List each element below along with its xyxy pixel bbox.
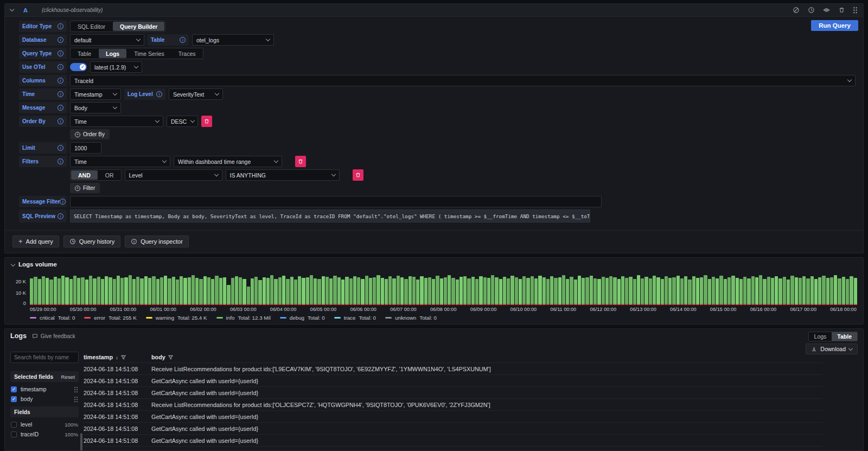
volume-bar xyxy=(704,275,707,305)
info-icon[interactable]: i xyxy=(58,91,63,97)
info-icon[interactable]: i xyxy=(58,105,63,111)
filter2-operator-select[interactable]: IS ANYTHING xyxy=(226,169,340,181)
table-scrollbar[interactable] xyxy=(79,352,84,451)
trash-icon[interactable] xyxy=(838,7,845,14)
info-icon[interactable]: i xyxy=(58,50,63,56)
tab-sql-editor[interactable]: SQL Editor xyxy=(71,21,112,31)
info-icon[interactable]: i xyxy=(58,145,63,151)
volume-bar xyxy=(432,279,435,305)
run-query-button[interactable]: Run Query xyxy=(811,20,858,31)
info-icon[interactable]: i xyxy=(60,199,66,205)
field-checkbox[interactable]: ✓ xyxy=(11,396,17,402)
bool-and[interactable]: AND xyxy=(71,170,98,180)
add-order-by-button[interactable]: + Order By xyxy=(70,129,110,139)
volume-bar xyxy=(381,278,384,305)
timestamp-column-header[interactable]: timestamp ↓ xyxy=(84,354,151,360)
query-inspector-button[interactable]: Query inspector xyxy=(125,236,189,247)
message-column-select[interactable]: Body xyxy=(70,102,121,113)
info-icon[interactable]: i xyxy=(156,91,162,97)
selected-field-row: ✓ timestamp xyxy=(11,385,78,393)
volume-bar xyxy=(203,276,207,305)
trash-icon xyxy=(204,118,209,124)
volume-bar xyxy=(625,278,628,305)
legend-item[interactable]: info Total: 12.3 Mil xyxy=(216,315,271,321)
order-by-field-select[interactable]: Time xyxy=(70,116,163,127)
add-query-button[interactable]: + Add query xyxy=(12,236,59,247)
view-table-option[interactable]: Table xyxy=(832,332,857,341)
sort-desc-icon[interactable]: ↓ xyxy=(116,354,118,360)
legend-item[interactable]: error Total: 255 K xyxy=(84,315,136,321)
tab-query-builder[interactable]: Query Builder xyxy=(113,22,164,31)
legend-total: Total: 0 xyxy=(58,315,75,321)
funnel-icon[interactable] xyxy=(168,355,173,360)
drag-handle-icon[interactable] xyxy=(74,386,78,392)
use-otel-toggle[interactable]: ✓ xyxy=(70,63,87,71)
tab-traces[interactable]: Traces xyxy=(171,48,203,59)
table-row[interactable]: 2024-06-18 14:51:08 GetCartAsync called … xyxy=(84,423,822,435)
collapse-chevron-icon[interactable] xyxy=(10,7,14,11)
table-row[interactable]: 2024-06-18 14:51:08 Receive ListRecommen… xyxy=(84,363,822,375)
field-checkbox[interactable] xyxy=(11,431,17,437)
body-column-header[interactable]: body xyxy=(151,354,822,360)
table-row[interactable]: 2024-06-18 14:51:08 GetCartAsync called … xyxy=(84,435,822,447)
info-icon[interactable]: i xyxy=(58,23,63,29)
tab-table[interactable]: Table xyxy=(71,48,98,59)
legend-item[interactable]: debug Total: 0 xyxy=(280,315,325,321)
filter1-field-select[interactable]: Time xyxy=(70,156,170,167)
legend-item[interactable]: unknown Total: 0 xyxy=(385,315,437,321)
info-icon[interactable]: i xyxy=(58,64,63,70)
legend-item[interactable]: trace Total: 0 xyxy=(334,315,376,321)
funnel-icon[interactable] xyxy=(121,355,126,360)
remove-filter1-button[interactable] xyxy=(295,156,306,167)
give-feedback-link[interactable]: Give feedback xyxy=(32,333,75,339)
columns-multiselect[interactable]: TraceId xyxy=(70,75,856,86)
reset-button[interactable]: Reset xyxy=(61,374,75,380)
info-icon[interactable]: i xyxy=(58,158,63,164)
info-icon[interactable]: i xyxy=(180,37,186,43)
tab-time-series[interactable]: Time Series xyxy=(127,48,171,59)
disable-query-icon[interactable] xyxy=(792,7,800,14)
field-checkbox[interactable]: ✓ xyxy=(11,386,17,392)
legend-item[interactable]: warning Total: 25.4 K xyxy=(146,315,207,321)
chevron-down-icon xyxy=(848,346,853,351)
logs-volume-header[interactable]: Logs volume xyxy=(11,261,857,268)
remove-order-by-button[interactable] xyxy=(201,116,212,127)
log-level-select[interactable]: SeverityText xyxy=(169,88,223,100)
table-row[interactable]: 2024-06-18 14:51:08 GetCartAsync called … xyxy=(84,387,822,399)
bool-or[interactable]: OR xyxy=(98,170,121,180)
field-checkbox[interactable] xyxy=(11,422,17,428)
row-body: GetCartAsync called with userId={userId} xyxy=(151,378,822,384)
download-button[interactable]: Download xyxy=(806,344,858,354)
sql-preview-code[interactable]: SELECT Timestamp as timestamp, Body as b… xyxy=(70,209,590,223)
drag-handle-icon[interactable] xyxy=(74,396,78,402)
time-column-select[interactable]: Timestamp xyxy=(70,88,121,100)
add-filter-button[interactable]: + Filter xyxy=(70,183,100,193)
database-select[interactable]: default xyxy=(70,34,144,46)
scrollbar-thumb[interactable] xyxy=(80,433,82,451)
x-tick: 06/15 00:00 xyxy=(710,307,737,312)
table-row[interactable]: 2024-06-18 14:51:08 GetCartAsync called … xyxy=(84,375,822,387)
legend-item[interactable]: critical Total: 0 xyxy=(30,315,75,321)
eye-icon[interactable] xyxy=(822,7,830,14)
table-row[interactable]: 2024-06-18 14:51:08 GetCartAsync called … xyxy=(84,411,822,423)
table-row[interactable]: 2024-06-18 14:51:08 Receive ListRecommen… xyxy=(84,399,822,411)
info-icon[interactable]: i xyxy=(58,213,63,219)
tab-logs[interactable]: Logs xyxy=(99,49,126,58)
remove-filter2-button[interactable] xyxy=(353,169,363,181)
drag-handle-icon[interactable] xyxy=(853,7,858,14)
table-row[interactable]: 2024-06-18 14:51:08 Receive ListRecommen… xyxy=(84,447,822,451)
search-fields-input[interactable]: Search fields by name xyxy=(10,352,79,363)
filter2-field-select[interactable]: Level xyxy=(125,169,222,181)
view-logs-option[interactable]: Logs xyxy=(809,332,832,341)
history-icon[interactable] xyxy=(807,7,815,14)
limit-input[interactable]: 1000 xyxy=(70,142,101,154)
order-by-direction-select[interactable]: DESC xyxy=(167,116,198,127)
info-icon[interactable]: i xyxy=(58,78,63,84)
message-filter-input[interactable] xyxy=(70,196,602,207)
info-icon[interactable]: i xyxy=(58,37,63,43)
query-history-button[interactable]: Query history xyxy=(63,236,120,247)
otel-version-select[interactable]: latest (1.2.9) xyxy=(90,61,142,73)
table-select[interactable]: otel_logs xyxy=(192,34,274,46)
info-icon[interactable]: i xyxy=(58,118,63,124)
filter1-operator-select[interactable]: Within dashboard time range xyxy=(174,156,282,167)
